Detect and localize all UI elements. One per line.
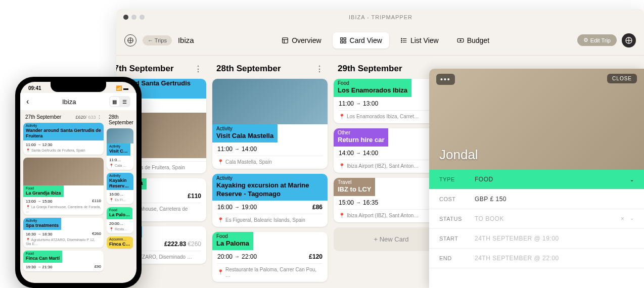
overview-icon [282,37,289,44]
budget-icon [457,37,464,44]
column-date: 29th September [338,64,402,74]
svg-rect-2 [340,37,342,39]
column-menu-icon[interactable]: ⋮ [315,64,324,74]
card[interactable]: FoodLa Paloma 20:00 → 22:00£120 📍Restaur… [212,232,328,282]
svg-point-11 [401,41,402,42]
svg-rect-12 [457,38,464,42]
chevron-down-icon: ⌄ [630,215,634,222]
tab-budget[interactable]: Budget [450,32,496,49]
location-icon: 📍 [339,114,345,119]
user-avatar[interactable] [622,33,636,47]
svg-point-9 [401,38,402,38]
location-icon: 📍 [217,269,223,275]
tab-card-view[interactable]: Card View [333,32,389,49]
list-view-icon [400,37,407,44]
detail-type-row[interactable]: TYPE FOOD ⌄ [429,170,644,189]
card[interactable]: ActivityKayaking excursion at Marine Res… [212,174,328,227]
detail-close-button[interactable]: CLOSE [607,74,637,83]
detail-hero-image: ••• CLOSE Jondal [429,69,644,170]
location-icon: 📍 [217,159,223,165]
svg-point-10 [401,40,402,40]
location-icon: 📍 [339,163,345,169]
phone-card[interactable]: FoodLa Palo… 20:00…📍 Resta… [107,207,133,233]
toolbar: ← Trips Ibiza Overview Card View List Vi… [116,25,644,56]
detail-panel: ••• CLOSE Jondal TYPE FOOD ⌄ COST GBP £ … [429,69,644,288]
column-date: 28th September [216,64,281,74]
tab-overview[interactable]: Overview [274,32,328,49]
edit-trip-button[interactable]: ⚙ Edit Trip [577,34,617,46]
phone-card[interactable]: ActivityWander around Santa Gertrudis de… [23,123,104,155]
grid-icon[interactable]: ▦ [110,97,119,106]
phone-view-toggle[interactable]: ▦ ☰ [109,96,130,107]
card[interactable]: ActivityVisit Cala Mastella 11:00 → 14:0… [212,79,328,169]
min-dot[interactable] [131,15,136,20]
phone-card[interactable]: FoodLa Grandja Ibiza 13:00 → 15:00£110📍 … [23,158,104,215]
view-tabs: Overview Card View List View Budget [274,32,496,49]
phone-card-image [23,158,104,185]
phone-card[interactable]: FoodFinca Can Martí 19:30 → 21:30£90 [23,251,104,271]
svg-rect-5 [344,41,346,43]
list-icon[interactable]: ☰ [120,97,129,106]
trips-back-button[interactable]: ← Trips [143,35,172,45]
titlebar: IBIZA - TRIPMAPPER [116,9,644,25]
phone-column-date: 27th September [25,114,61,120]
app-logo-icon[interactable] [124,34,136,46]
detail-status-row[interactable]: STATUS TO BOOK ×⌄ [429,209,644,229]
location-icon: 📍 [217,217,223,223]
window-controls[interactable] [123,15,145,20]
detail-menu-button[interactable]: ••• [436,74,455,85]
phone-mockup: 09:41 📶 ▬ ‹ Ibiza ▦ ☰ 27th September £62… [15,77,142,288]
detail-start-row[interactable]: START 24TH SEPTEMBER @ 19:00 [429,229,644,249]
svg-rect-3 [344,37,346,39]
card-image [212,79,328,124]
column-date: 27th September [116,64,174,74]
svg-point-13 [459,39,461,40]
phone-card[interactable]: ActivityVisit C… 11:0…📍 Cala … [107,128,133,170]
phone-header: ‹ Ibiza ▦ ☰ [20,93,136,110]
close-dot[interactable] [123,15,128,20]
svg-rect-4 [340,41,342,43]
detail-title: Jondal [439,147,478,163]
signal-icon: 📶 ▬ [116,85,128,91]
chevron-down-icon: ⌄ [630,177,634,182]
detail-cost-row[interactable]: COST GBP £ 150 [429,189,644,209]
tab-list-view[interactable]: List View [393,32,446,49]
phone-card[interactable]: Accomm…Finca C… [107,236,133,249]
detail-end-row[interactable]: END 24TH SEPTEMBER @ 22:00 [429,249,644,268]
max-dot[interactable] [140,15,145,20]
column-menu-icon[interactable]: ⋮ [194,64,202,74]
phone-title: Ibiza [62,98,76,106]
window-title: IBIZA - TRIPMAPPER [145,14,617,20]
phone-card[interactable]: ActivityKayakin Reserv… 16:00…📍 Es Fi… [107,173,133,205]
gear-icon: ⚙ [583,37,588,43]
location-icon: 📍 [339,213,345,218]
column-28: 28th September ⋮ ActivityVisit Cala Mast… [212,62,328,282]
svg-rect-1 [283,37,288,43]
phone-back-button[interactable]: ‹ [26,97,29,106]
trip-name: Ibiza [178,36,194,44]
card-view-icon [340,37,347,44]
phone-notch [51,82,106,92]
clear-icon[interactable]: × [621,215,625,222]
phone-card[interactable]: ActivitySpa treatments 16:30 → 18:30€260… [23,218,104,248]
